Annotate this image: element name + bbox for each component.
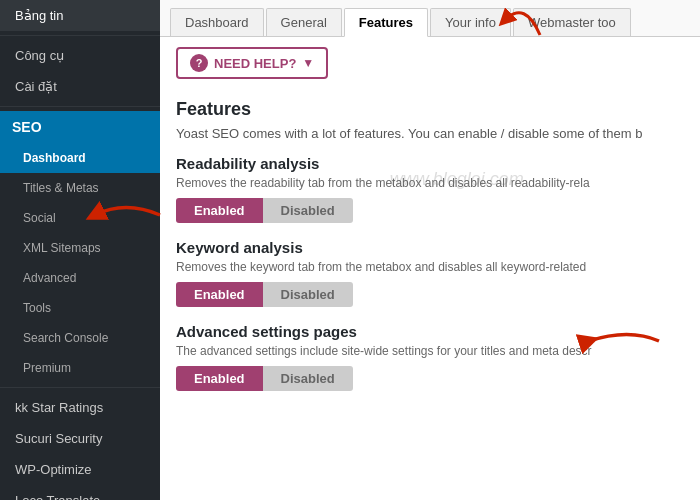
content-area: www.blogloi.com Features Yoast SEO comes… — [160, 89, 700, 500]
readability-enabled-btn[interactable]: Enabled — [176, 198, 263, 223]
sidebar-item-caidat[interactable]: Cài đặt — [0, 71, 160, 102]
sidebar-item-social[interactable]: Social — [0, 203, 160, 233]
tab-your-info[interactable]: Your info — [430, 8, 511, 36]
keyword-desc: Removes the keyword tab from the metabox… — [176, 260, 684, 274]
main-content: Dashboard General Features Your info Web… — [160, 0, 700, 500]
sidebar-item-loco-translate[interactable]: Loco Translate — [0, 485, 160, 500]
readability-title: Readability analysis — [176, 155, 684, 172]
advanced-settings-desc: The advanced settings include site-wide … — [176, 344, 684, 358]
tab-webmaster-tools[interactable]: Webmaster too — [513, 8, 631, 36]
sidebar-item-kk-star[interactable]: kk Star Ratings — [0, 392, 160, 423]
tab-features[interactable]: Features — [344, 8, 428, 37]
seo-sidebar-arrow — [160, 195, 165, 235]
sidebar-item-seo[interactable]: SEO — [0, 111, 160, 143]
chevron-down-icon: ▼ — [302, 56, 314, 70]
keyword-enabled-btn[interactable]: Enabled — [176, 282, 263, 307]
sidebar-item-advanced[interactable]: Advanced — [0, 263, 160, 293]
sidebar-item-wp-optimize[interactable]: WP-Optimize — [0, 454, 160, 485]
sidebar-item-titles-metas[interactable]: Titles & Metas — [0, 173, 160, 203]
readability-desc: Removes the readability tab from the met… — [176, 176, 684, 190]
sidebar-item-sucuri[interactable]: Sucuri Security — [0, 423, 160, 454]
tab-general[interactable]: General — [266, 8, 342, 36]
features-intro: Yoast SEO comes with a lot of features. … — [176, 126, 684, 141]
readability-disabled-btn[interactable]: Disabled — [263, 198, 353, 223]
sidebar-item-xml-sitemaps[interactable]: XML Sitemaps — [0, 233, 160, 263]
tab-dashboard[interactable]: Dashboard — [170, 8, 264, 36]
sidebar-item-premium[interactable]: Premium — [0, 353, 160, 383]
tabs-bar: Dashboard General Features Your info Web… — [160, 0, 700, 37]
sidebar: Bảng tin Công cụ Cài đặt SEO Dashboard T… — [0, 0, 160, 500]
sidebar-item-search-console[interactable]: Search Console — [0, 323, 160, 353]
advanced-settings-section: Advanced settings pages The advanced set… — [176, 323, 684, 391]
need-help-button[interactable]: ? NEED HELP? ▼ — [176, 47, 328, 79]
advanced-toggle: Enabled Disabled — [176, 366, 684, 391]
advanced-enabled-btn[interactable]: Enabled — [176, 366, 263, 391]
readability-section: Readability analysis Removes the readabi… — [176, 155, 684, 223]
advanced-settings-title: Advanced settings pages — [176, 323, 684, 340]
keyword-disabled-btn[interactable]: Disabled — [263, 282, 353, 307]
keyword-toggle: Enabled Disabled — [176, 282, 684, 307]
readability-toggle: Enabled Disabled — [176, 198, 684, 223]
features-title: Features — [176, 99, 684, 120]
question-icon: ? — [190, 54, 208, 72]
sidebar-item-tools[interactable]: Tools — [0, 293, 160, 323]
sidebar-item-bantin[interactable]: Bảng tin — [0, 0, 160, 31]
need-help-bar: ? NEED HELP? ▼ — [160, 37, 700, 89]
advanced-disabled-btn[interactable]: Disabled — [263, 366, 353, 391]
sidebar-item-dashboard[interactable]: Dashboard — [0, 143, 160, 173]
keyword-title: Keyword analysis — [176, 239, 684, 256]
keyword-section: Keyword analysis Removes the keyword tab… — [176, 239, 684, 307]
sidebar-item-congcu[interactable]: Công cụ — [0, 40, 160, 71]
